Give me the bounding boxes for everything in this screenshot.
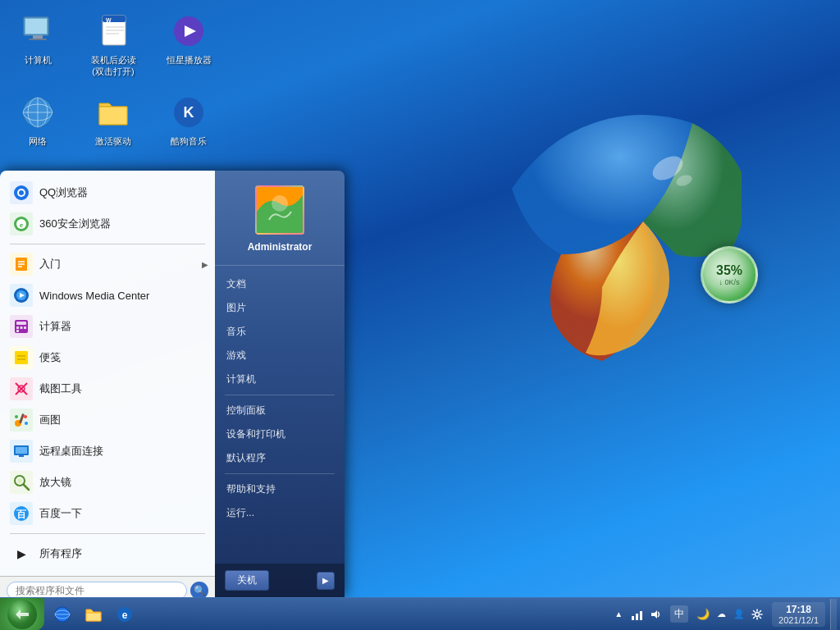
svg-rect-48 [19, 413, 25, 423]
remote-icon [10, 440, 33, 463]
menu-item-360-browser[interactable]: e 360安全浏览器 [0, 208, 215, 240]
search-button[interactable]: 🔍 [190, 582, 208, 597]
svg-rect-38 [21, 326, 23, 329]
shutdown-button[interactable]: 关机 [225, 570, 269, 591]
tray-user-icon[interactable]: 👤 [731, 606, 747, 623]
svg-rect-68 [632, 616, 634, 620]
menu-item-qq-browser[interactable]: QQ浏览器 [0, 177, 215, 208]
desktop-icon-kugou[interactable]: K 酷狗音乐 [159, 89, 218, 150]
user-section: Administrator [215, 177, 345, 266]
network-icon [18, 93, 57, 132]
tray-icons [626, 606, 667, 623]
word-icon: W [94, 11, 133, 51]
windows-logo [413, 41, 742, 410]
360-browser-icon: e [10, 212, 33, 235]
snipping-icon [10, 377, 33, 400]
net-widget: 35% ↓ 0K/s [701, 246, 758, 304]
svg-point-24 [19, 190, 24, 195]
desktop-icon-post-install[interactable]: W 装机后必读(双击打开) [84, 8, 143, 81]
magnifier-icon [10, 471, 33, 494]
taskbar-icons: e [48, 600, 139, 629]
menu-item-wmc[interactable]: Windows Media Center [0, 280, 215, 311]
menu-item-baidu[interactable]: 百 百度一下 [0, 498, 215, 529]
start-menu-items: QQ浏览器 e 360安全浏览器 [0, 171, 215, 576]
clock[interactable]: 17:18 2021/12/1 [772, 602, 825, 627]
right-menu-documents[interactable]: 文档 [215, 272, 345, 296]
shutdown-arrow-button[interactable]: ▶ [317, 572, 335, 590]
desktop: 计算机 W 装机后必读(双击打开) [0, 0, 840, 630]
right-menu-run[interactable]: 运行... [215, 501, 345, 525]
taskbar: e ▲ [0, 597, 840, 630]
tray-volume-icon[interactable] [647, 606, 664, 623]
desktop-icon-computer[interactable]: 计算机 [8, 8, 67, 81]
right-menu-computer[interactable]: 计算机 [215, 368, 345, 391]
svg-point-51 [25, 422, 28, 425]
net-percent: 35% [716, 263, 742, 278]
right-menu-games[interactable]: 游戏 [215, 344, 345, 368]
svg-point-49 [15, 415, 18, 418]
all-programs-icon: ▶ [10, 542, 33, 565]
menu-item-magnifier[interactable]: 放大镜 [0, 467, 215, 498]
folder-icon [94, 93, 133, 132]
desktop-icon-driver[interactable]: 激活驱动 [84, 89, 143, 150]
menu-item-intro[interactable]: 入门 ▶ [0, 249, 215, 280]
svg-rect-37 [16, 326, 19, 329]
desktop-icon-player[interactable]: 恒星播放器 [159, 8, 218, 81]
paint-icon [10, 409, 33, 431]
tray-network-icon[interactable] [629, 606, 646, 623]
svg-text:K: K [184, 104, 194, 121]
taskbar-icon-ie[interactable] [48, 600, 77, 629]
menu-separator-2 [10, 533, 205, 534]
wmc-icon [10, 284, 33, 307]
menu-item-snipping[interactable]: 截图工具 [0, 373, 215, 404]
menu-item-paint[interactable]: 画图 [0, 404, 215, 436]
icon-row-1: 计算机 W 装机后必读(双击打开) [8, 8, 218, 81]
intro-icon [10, 253, 33, 276]
computer-icon-label: 计算机 [25, 54, 52, 66]
svg-point-72 [756, 612, 760, 616]
right-menu-help[interactable]: 帮助和支持 [215, 477, 345, 501]
start-menu-right: Administrator 文档 图片 音乐 游戏 计算机 控制面板 设备和打印… [215, 171, 345, 597]
player-icon [169, 11, 208, 51]
start-menu-left: QQ浏览器 e 360安全浏览器 [0, 171, 215, 597]
menu-item-calculator[interactable]: 计算器 [0, 311, 215, 342]
svg-point-57 [17, 478, 22, 483]
svg-rect-3 [25, 19, 47, 34]
menu-item-all-programs[interactable]: ▶ 所有程序 [0, 538, 215, 569]
clock-date: 2021/12/1 [778, 615, 819, 625]
menu-separator-1 [10, 244, 205, 244]
svg-point-50 [24, 415, 27, 418]
taskbar-icon-explorer[interactable] [79, 600, 108, 629]
tray-gear-icon[interactable] [749, 606, 765, 623]
show-desktop-button[interactable] [830, 599, 837, 630]
net-speed: ↓ 0K/s [719, 278, 739, 286]
taskbar-icon-ie2[interactable]: e [110, 600, 139, 629]
intro-arrow: ▶ [202, 260, 208, 269]
right-menu-pictures[interactable]: 图片 [215, 296, 345, 320]
svg-rect-41 [15, 351, 28, 364]
user-avatar [255, 185, 304, 235]
tray-cloud-icon[interactable]: ☁ [713, 606, 729, 623]
menu-item-remote[interactable]: 远程桌面连接 [0, 436, 215, 467]
tray-icons-2: 🌙 ☁ 👤 [692, 606, 769, 623]
right-menu-music[interactable]: 音乐 [215, 320, 345, 344]
start-menu: QQ浏览器 e 360安全浏览器 [0, 171, 345, 597]
svg-marker-71 [651, 610, 657, 619]
svg-rect-69 [636, 614, 638, 620]
search-input[interactable] [7, 582, 187, 597]
desktop-icon-network[interactable]: 网络 [8, 89, 67, 150]
language-bar[interactable]: 中 [670, 605, 688, 623]
tray-expand[interactable]: ▲ [614, 609, 623, 619]
driver-icon-label: 激活驱动 [95, 135, 131, 147]
calculator-icon [10, 315, 33, 338]
start-button[interactable] [0, 598, 44, 631]
right-menu-devices[interactable]: 设备和打印机 [215, 422, 345, 446]
start-orb [7, 600, 37, 629]
menu-item-sticky[interactable]: 便笺 [0, 342, 215, 373]
qq-browser-icon [10, 181, 33, 204]
right-menu-control-panel[interactable]: 控制面板 [215, 399, 345, 422]
tray-moon-icon[interactable]: 🌙 [695, 606, 711, 623]
taskbar-right: ▲ 中 [614, 599, 840, 630]
svg-rect-5 [29, 39, 47, 40]
right-menu-defaults[interactable]: 默认程序 [215, 446, 345, 470]
